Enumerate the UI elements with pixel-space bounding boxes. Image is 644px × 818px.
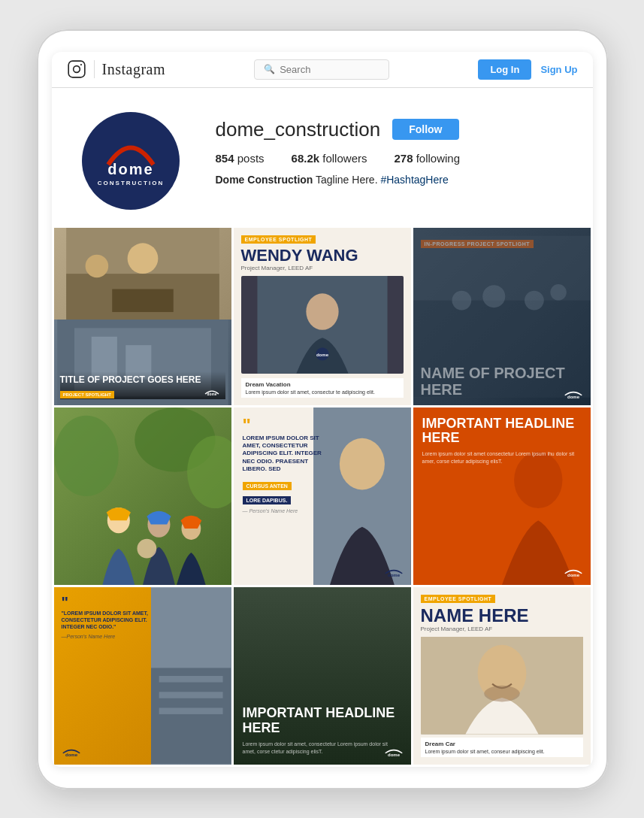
post2-title: Project Manager, LEED AF — [241, 265, 404, 271]
profile-username-row: dome_construction Follow — [216, 118, 563, 141]
brand-name: Instagram — [102, 61, 165, 78]
svg-text:dome: dome — [207, 392, 216, 396]
post9-dream-text: Lorem ipsum dolor sit amet, conseur adip… — [425, 749, 579, 754]
tablet-frame: Instagram 🔍 Log In Sign Up — [37, 29, 608, 789]
follow-button[interactable]: Follow — [392, 119, 458, 140]
svg-text:dome: dome — [316, 353, 328, 357]
dome-watermark-3: dome — [562, 388, 585, 399]
dome-watermark-7: dome — [60, 746, 83, 757]
post8-content: IMPORTANT HEADLINE HERE Lorem ipsum dolo… — [234, 587, 411, 765]
post4-workers-photo — [54, 407, 231, 585]
post8-text: Lorem ipsum dolor sit amet, consectetur … — [243, 741, 402, 756]
dome-watermark-8: dome — [382, 746, 405, 757]
post3-bg-image — [413, 228, 591, 405]
profile-username: dome_construction — [216, 118, 381, 141]
bio-tagline: Tagline Here. — [316, 174, 378, 186]
post2-person-image: dome — [241, 276, 404, 374]
svg-text:dome: dome — [107, 161, 153, 177]
search-box[interactable]: 🔍 — [254, 59, 389, 80]
post2-badge: EMPLOYEE SPOTLIGHT — [241, 235, 316, 244]
bio-hashtag: #HashtagHere — [380, 174, 448, 186]
post5-quote-mark: " — [243, 417, 331, 435]
grid-item-8[interactable]: IMPORTANT HEADLINE HERE Lorem ipsum dolo… — [234, 587, 411, 765]
post7-author: —Person's Name Here — [62, 634, 159, 639]
post9-photo — [421, 637, 583, 735]
grid-item-4[interactable] — [54, 407, 231, 585]
post5-content: " LOREM IPSUM DOLOR SIT AMET, CONSECTETU… — [243, 417, 331, 514]
posts-stat: 854 posts — [216, 152, 265, 165]
svg-rect-44 — [159, 707, 223, 713]
dome-watermark-1: dome — [203, 387, 221, 396]
dome-logo-svg: dome CONSTRUCTION — [93, 123, 168, 198]
navbar: Instagram 🔍 Log In Sign Up — [52, 52, 593, 88]
post2-dream-box: Dream Vacation Lorem ipsum dolor sit ame… — [241, 378, 404, 398]
nav-search-area: 🔍 — [176, 59, 467, 80]
grid-item-9[interactable]: EMPLOYEE SPOTLIGHT NAME HERE Project Man… — [413, 587, 591, 765]
post7-quote: "LOREM IPSUM DOLOR SIT AMET, CONSECTETUR… — [62, 610, 159, 631]
search-input[interactable] — [280, 64, 379, 75]
svg-rect-43 — [159, 692, 223, 698]
post7-content: " "LOREM IPSUM DOLOR SIT AMET, CONSECTET… — [62, 595, 159, 639]
svg-point-7 — [85, 254, 108, 277]
svg-point-1 — [73, 66, 80, 73]
svg-point-21 — [452, 290, 471, 310]
signup-button[interactable]: Sign Up — [540, 64, 577, 75]
svg-point-35 — [340, 438, 385, 489]
grid-item-3[interactable]: IN-PROGRESS PROJECT SPOTLIGHT — [413, 228, 591, 405]
svg-text:dome: dome — [65, 753, 77, 757]
avatar: dome CONSTRUCTION — [82, 112, 180, 210]
svg-point-16 — [306, 293, 338, 329]
post6-title: IMPORTANT HEADLINE HERE — [422, 417, 582, 447]
svg-rect-20 — [413, 300, 591, 397]
post9-title: Project Manager, LEED AF — [421, 626, 583, 632]
post1-top-image — [54, 228, 231, 320]
post7-building-image — [151, 587, 231, 765]
svg-point-61 — [484, 686, 520, 702]
post2-dream-text: Lorem ipsum dolor sit amet, consectur te… — [246, 389, 399, 395]
nav-logo-divider — [94, 60, 95, 78]
post4-image — [54, 407, 231, 585]
post2-name: WENDY WANG — [241, 247, 404, 265]
post2-photo: dome — [241, 276, 404, 374]
svg-point-24 — [550, 284, 566, 300]
profile-stats: 854 posts 68.2k followers 278 following — [216, 152, 563, 165]
bio-name: Dome Construction — [216, 174, 313, 186]
post9-name: NAME HERE — [421, 606, 583, 626]
grid-item-2[interactable]: EMPLOYEE SPOTLIGHT WENDY WANG Project Ma… — [234, 228, 411, 405]
avatar-logo: dome CONSTRUCTION — [82, 112, 180, 210]
grid-item-1[interactable]: TITLE OF PROJECT GOES HERE PROJECT SPOTL… — [54, 228, 231, 405]
grid-item-7[interactable]: " "LOREM IPSUM DOLOR SIT AMET, CONSECTET… — [54, 587, 231, 765]
svg-point-2 — [80, 64, 81, 65]
svg-point-22 — [482, 285, 505, 308]
post9-dream-box: Dream Car Lorem ipsum dolor sit amet, co… — [421, 738, 583, 757]
nav-logo: Instagram — [67, 59, 165, 79]
post7-photo — [151, 587, 231, 765]
followers-stat: 68.2k followers — [292, 152, 367, 165]
profile-info: dome_construction Follow 854 posts 68.2k… — [216, 112, 563, 186]
following-stat: 278 following — [394, 152, 460, 165]
svg-text:dome: dome — [567, 395, 579, 399]
svg-rect-42 — [159, 676, 223, 682]
profile-section: dome CONSTRUCTION dome_construction Foll… — [52, 88, 593, 228]
svg-point-33 — [137, 538, 156, 558]
svg-rect-0 — [68, 61, 85, 77]
instagram-icon — [67, 59, 86, 79]
login-button[interactable]: Log In — [478, 59, 531, 80]
dome-watermark-6: dome — [562, 566, 585, 577]
profile-bio: Dome Construction Tagline Here. #Hashtag… — [216, 174, 563, 186]
post9-badge: EMPLOYEE SPOTLIGHT — [421, 595, 496, 603]
svg-text:dome: dome — [387, 573, 400, 577]
grid-item-5[interactable]: " LOREM IPSUM DOLOR SIT AMET, CONSECTETU… — [234, 407, 411, 585]
svg-point-27 — [54, 415, 119, 495]
svg-text:CONSTRUCTION: CONSTRUCTION — [97, 180, 163, 186]
svg-text:dome: dome — [387, 753, 400, 757]
svg-point-8 — [127, 243, 158, 274]
svg-rect-9 — [112, 289, 173, 312]
dome-watermark-5: dome — [382, 566, 405, 577]
svg-text:dome: dome — [567, 573, 579, 577]
post6-text: Lorem ipsum dolor sit amet consectetur L… — [422, 450, 582, 465]
post5-badge2: LORE DAPIBUS. — [243, 496, 292, 504]
post5-badge1: CURSUS ANTEN — [243, 482, 292, 490]
grid-item-6[interactable]: IMPORTANT HEADLINE HERE Lorem ipsum dolo… — [413, 407, 591, 585]
post1-badge: PROJECT SPOTLIGHT — [60, 391, 114, 398]
